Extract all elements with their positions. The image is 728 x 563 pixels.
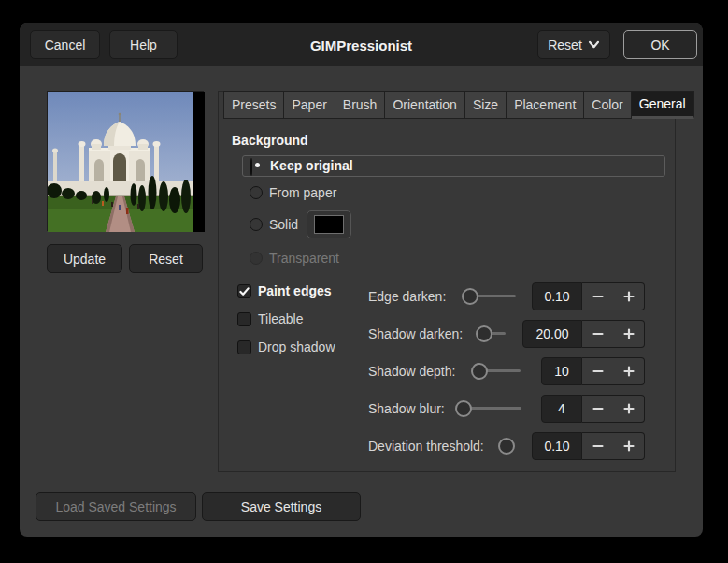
ok-button-label: OK (650, 37, 669, 52)
radio-transparent-circle (250, 252, 263, 265)
shadow-depth-value-field[interactable]: 10 (541, 357, 582, 385)
slider-row-deviation-threshold: Deviation threshold: 0.10 (219, 432, 677, 460)
radio-keep-original[interactable]: Keep original (242, 155, 665, 177)
plus-icon (623, 403, 635, 414)
deviation-threshold-increment-button[interactable] (613, 432, 645, 460)
update-button-label: Update (64, 252, 106, 267)
plus-icon (623, 328, 635, 339)
tab-bar: Presets Paper Brush Orientation Size Pla… (223, 91, 694, 119)
cancel-button-label: Cancel (45, 37, 86, 52)
edge-darken-value-field[interactable]: 0.10 (532, 282, 582, 310)
radio-transparent-label: Transparent (269, 251, 339, 266)
preview-image (47, 91, 204, 231)
shadow-darken-label: Shadow darken: (368, 320, 463, 348)
slider-row-shadow-darken: Shadow darken: 20.00 (219, 320, 677, 348)
tab-size-label: Size (473, 97, 498, 112)
save-settings-button[interactable]: Save Settings (202, 492, 361, 521)
tab-general[interactable]: General (632, 91, 694, 119)
shadow-depth-decrement-button[interactable] (582, 357, 614, 385)
tab-placement[interactable]: Placement (507, 91, 584, 119)
minus-icon (592, 291, 604, 302)
edge-darken-label: Edge darken: (368, 282, 446, 310)
reset-button-label: Reset (548, 37, 582, 52)
deviation-threshold-label: Deviation threshold: (368, 432, 484, 460)
tab-placement-label: Placement (514, 97, 576, 112)
shadow-blur-slider-knob[interactable] (455, 400, 472, 417)
edge-darken-increment-button[interactable] (613, 282, 645, 310)
tab-paper-label: Paper (292, 97, 326, 112)
background-section-label: Background (232, 133, 308, 148)
plus-icon (623, 366, 635, 377)
slider-row-edge-darken: Edge darken: 0.10 (219, 282, 677, 310)
cancel-button[interactable]: Cancel (30, 30, 100, 59)
slider-row-shadow-blur: Shadow blur: 4 (219, 395, 677, 423)
help-button-label: Help (130, 37, 157, 52)
shadow-depth-slider-knob[interactable] (471, 363, 488, 380)
tab-presets[interactable]: Presets (223, 91, 284, 119)
solid-color-swatch (314, 215, 344, 234)
help-button[interactable]: Help (109, 30, 178, 59)
save-settings-label: Save Settings (241, 499, 321, 514)
radio-keep-original-circle[interactable] (250, 158, 252, 176)
shadow-darken-value-field[interactable]: 20.00 (522, 320, 582, 348)
tab-size[interactable]: Size (465, 91, 507, 119)
shadow-darken-decrement-button[interactable] (582, 320, 614, 348)
shadow-darken-slider-knob[interactable] (476, 325, 492, 342)
chevron-down-icon (588, 40, 600, 49)
radio-keep-original-label: Keep original (270, 158, 353, 173)
deviation-threshold-slider-knob[interactable] (498, 438, 515, 455)
solid-color-button[interactable] (307, 210, 351, 238)
update-preview-button[interactable]: Update (47, 244, 122, 273)
load-saved-settings-label: Load Saved Settings (55, 499, 176, 514)
dialog-header: GIMPressionist Cancel Help Reset OK (20, 23, 703, 66)
minus-icon (592, 366, 604, 377)
slider-row-shadow-depth: Shadow depth: 10 (219, 357, 677, 385)
tab-paper[interactable]: Paper (284, 91, 335, 119)
plus-icon (623, 291, 635, 302)
tab-orientation[interactable]: Orientation (385, 91, 464, 119)
radio-from-paper-circle[interactable] (250, 186, 263, 199)
tab-color-label: Color (592, 97, 622, 112)
shadow-depth-increment-button[interactable] (613, 357, 645, 385)
reset-dropdown-button[interactable]: Reset (537, 30, 610, 59)
tab-color[interactable]: Color (584, 91, 631, 119)
shadow-blur-increment-button[interactable] (613, 395, 645, 423)
tab-presets-label: Presets (232, 97, 276, 112)
deviation-threshold-decrement-button[interactable] (582, 432, 614, 460)
edge-darken-decrement-button[interactable] (582, 282, 614, 310)
screen: GIMPressionist Cancel Help Reset OK (0, 0, 728, 563)
ok-button[interactable]: OK (623, 30, 697, 59)
reset-preview-button[interactable]: Reset (129, 244, 203, 273)
taj-mahal-preview-picture (48, 92, 205, 232)
gimpressionist-dialog: GIMPressionist Cancel Help Reset OK (20, 23, 703, 537)
tab-brush-label: Brush (343, 97, 378, 112)
minus-icon (592, 328, 604, 339)
radio-solid-label: Solid (269, 217, 298, 232)
load-saved-settings-button: Load Saved Settings (36, 492, 196, 521)
settings-notebook: Presets Paper Brush Orientation Size Pla… (218, 91, 676, 472)
shadow-depth-label: Shadow depth: (368, 357, 455, 385)
radio-solid-circle[interactable] (250, 218, 263, 231)
edge-darken-slider-knob[interactable] (462, 288, 478, 305)
tab-orientation-label: Orientation (393, 97, 456, 112)
shadow-blur-decrement-button[interactable] (582, 395, 614, 423)
minus-icon (592, 403, 604, 414)
shadow-blur-value-field[interactable]: 4 (541, 395, 582, 423)
radio-from-paper-label: From paper (269, 185, 336, 200)
deviation-threshold-value-field[interactable]: 0.10 (532, 432, 582, 460)
tab-general-label: General (639, 96, 686, 111)
minus-icon (592, 440, 604, 452)
tab-brush[interactable]: Brush (335, 91, 386, 119)
plus-icon (623, 440, 635, 452)
reset-preview-button-label: Reset (149, 252, 183, 267)
shadow-darken-increment-button[interactable] (613, 320, 645, 348)
shadow-blur-label: Shadow blur: (368, 395, 445, 423)
